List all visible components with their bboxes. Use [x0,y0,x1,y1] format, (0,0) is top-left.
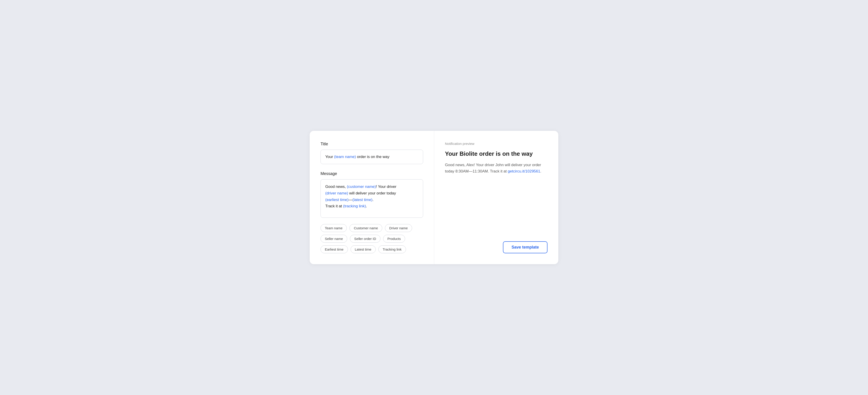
tag-seller-order-id[interactable]: Seller order ID [350,235,380,243]
title-plain-text: Your [325,154,334,159]
message-latest-time-token[interactable]: (latest time) [352,198,373,202]
preview-label: Notification preview [445,142,548,145]
message-period: . [373,198,374,202]
message-tracking-link-token[interactable]: (tracking link) [343,204,366,208]
preview-title: Your Biolite order is on the way [445,150,548,158]
title-input[interactable]: Your (team name) order is on the way [320,150,423,164]
message-driver-name-token[interactable]: (driver name) [325,191,348,195]
left-panel: Title Your (team name) order is on the w… [310,131,434,264]
message-dash: — [348,198,352,202]
title-suffix-text: order is on the way [356,154,389,159]
tag-customer-name[interactable]: Customer name [349,224,382,232]
title-team-name-token[interactable]: (team name) [334,154,356,159]
preview-dash: — [469,169,472,173]
save-template-button[interactable]: Save template [503,241,548,253]
message-earliest-time-token[interactable]: (earliest time) [325,198,348,202]
tag-team-name[interactable]: Team name [320,224,347,232]
message-line2-suffix: will deliver your order today [348,191,396,195]
tags-container: Team nameCustomer nameDriver nameSeller … [320,224,423,253]
right-panel: Notification preview Your Biolite order … [434,131,559,264]
message-box[interactable]: Good news, (customer name)! Your driver … [320,179,423,218]
tag-products[interactable]: Products [383,235,405,243]
main-card: Title Your (team name) order is on the w… [310,131,558,264]
title-section-label: Title [320,142,423,146]
tag-tracking-link[interactable]: Tracking link [378,245,406,253]
save-btn-container: Save template [445,241,548,253]
preview-content: Notification preview Your Biolite order … [445,142,548,234]
message-track-plain: Track it at [325,204,343,208]
message-customer-name-token[interactable]: (customer name) [347,185,376,189]
tag-driver-name[interactable]: Driver name [385,224,412,232]
message-track-period: . [366,204,367,208]
tag-seller-name[interactable]: Seller name [320,235,347,243]
message-line1-suffix: ! Your driver [376,185,397,189]
tag-earliest-time[interactable]: Earliest time [320,245,348,253]
message-line1-plain: Good news, [325,185,347,189]
message-section-label: Message [320,171,423,176]
tag-latest-time[interactable]: Latest time [350,245,376,253]
preview-body-end: . [540,169,541,173]
preview-body-2: 11:30AM. Track it at [472,169,508,173]
preview-body: Good news, Alex! Your driver John will d… [445,162,548,174]
preview-tracking-link[interactable]: getcircu.it/1029561 [508,169,540,173]
